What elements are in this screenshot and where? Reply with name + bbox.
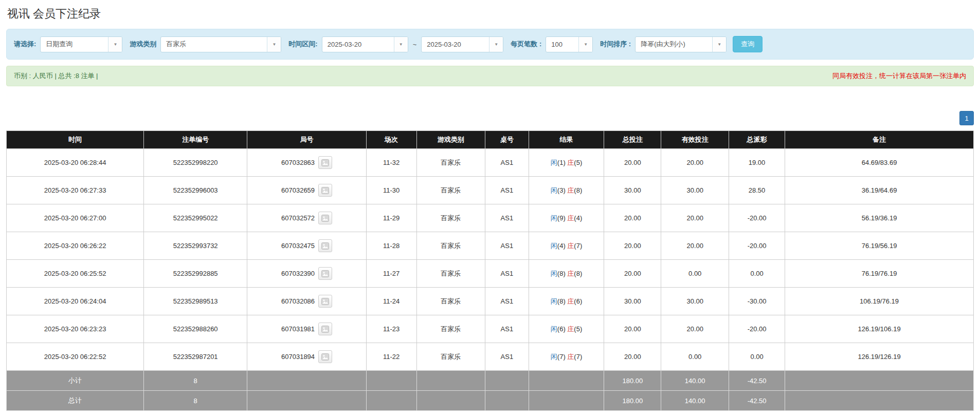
result-banker-label: 庄 (567, 159, 574, 166)
cell-valid-bet: 20.00 (661, 315, 729, 343)
round-id: 607032659 (281, 186, 315, 194)
cell-round: 607031894 (247, 343, 366, 371)
cell-total-bet[interactable]: 20.00 (604, 260, 661, 288)
summary-count: 8 (144, 371, 247, 391)
video-record-icon (321, 353, 329, 361)
cell-table-no: AS1 (485, 149, 529, 177)
game-type-select[interactable]: 百家乐 ▼ (160, 36, 281, 52)
cell-total-bet[interactable]: 20.00 (604, 204, 661, 232)
summary-note (785, 371, 974, 391)
result-banker-label: 庄 (567, 325, 574, 333)
chevron-down-icon[interactable]: ▼ (267, 37, 281, 52)
cell-total-bet[interactable]: 20.00 (604, 149, 661, 177)
summary-label: 小计 (7, 371, 144, 391)
cell-payout: 0.00 (729, 260, 785, 288)
video-replay-button[interactable] (318, 295, 332, 308)
summary-currency-total: 币别 : 人民币 | 总共 :8 注单 | (14, 71, 98, 81)
cell-note: 36.19/64.69 (785, 177, 974, 204)
chevron-down-icon[interactable]: ▼ (489, 37, 503, 52)
video-replay-button[interactable] (318, 323, 332, 335)
video-replay-button[interactable] (318, 239, 332, 252)
sort-order-select[interactable]: 降幂(由大到小) ▼ (635, 36, 727, 52)
search-button[interactable]: 查询 (733, 36, 763, 52)
cell-payout: -20.00 (729, 204, 785, 232)
summary-result (529, 391, 604, 411)
video-record-icon (321, 270, 329, 277)
cell-table-no: AS1 (485, 232, 529, 260)
sort-order-value: 降幂(由大到小) (636, 37, 712, 52)
cell-total-bet[interactable]: 30.00 (604, 177, 661, 204)
date-from-select[interactable]: 2025-03-20 ▼ (322, 36, 408, 52)
cell-result: 闲(8) 庄(8) (529, 260, 604, 288)
result-player-label: 闲 (551, 186, 557, 194)
cell-bet-id: 522352988260 (144, 315, 247, 343)
cell-table-no: AS1 (485, 204, 529, 232)
cell-total-bet[interactable]: 20.00 (604, 315, 661, 343)
table-row: 2025-03-20 06:25:52 522352992885 6070323… (7, 260, 974, 288)
chevron-down-icon[interactable]: ▼ (108, 37, 122, 52)
summary-game-type (416, 391, 485, 411)
chevron-down-icon[interactable]: ▼ (394, 37, 408, 52)
cell-note: 126.19/106.19 (785, 315, 974, 343)
summary-payout: -42.50 (729, 391, 785, 411)
summary-result (529, 371, 604, 391)
date-to-select[interactable]: 2025-03-20 ▼ (421, 36, 503, 52)
cell-total-bet[interactable]: 20.00 (604, 343, 661, 371)
result-banker-label: 庄 (567, 297, 574, 305)
result-banker-label: 庄 (567, 353, 574, 361)
summary-row: 小计 8 180.00 140.00 -42.50 (7, 371, 974, 391)
result-banker-label: 庄 (567, 270, 574, 277)
query-type-select[interactable]: 日期查询 ▼ (40, 36, 122, 52)
video-replay-button[interactable] (318, 212, 332, 224)
cell-valid-bet: 20.00 (661, 232, 729, 260)
round-id: 607032390 (281, 270, 315, 277)
summary-session (366, 391, 416, 411)
video-record-icon (321, 215, 329, 222)
cell-total-bet[interactable]: 20.00 (604, 232, 661, 260)
round-id: 607031894 (281, 353, 315, 361)
summary-bar: 币别 : 人民币 | 总共 :8 注单 | 同局有效投注，统一计算在该局第一张注… (6, 66, 974, 86)
result-player-score: (9) (557, 214, 566, 222)
table-footer: 小计 8 180.00 140.00 -42.50 总计 8 180.00 14… (7, 371, 974, 411)
cell-note: 126.19/126.19 (785, 343, 974, 371)
cell-session: 11-28 (366, 232, 416, 260)
game-type-label: 游戏类别 (130, 40, 156, 49)
page-button-1[interactable]: 1 (959, 111, 974, 125)
column-header-10: 总派彩 (729, 131, 785, 149)
round-id: 607032572 (281, 214, 315, 222)
cell-session: 11-32 (366, 149, 416, 177)
result-player-label: 闲 (551, 297, 557, 305)
result-player-score: (8) (557, 297, 566, 305)
cell-table-no: AS1 (485, 315, 529, 343)
cell-result: 闲(8) 庄(6) (529, 288, 604, 315)
cell-time: 2025-03-20 06:27:33 (7, 177, 144, 204)
result-player-score: (3) (557, 186, 566, 194)
cell-bet-id: 522352993732 (144, 232, 247, 260)
cell-result: 闲(9) 庄(4) (529, 204, 604, 232)
cell-round: 607032659 (247, 177, 366, 204)
cell-payout: 19.00 (729, 149, 785, 177)
table-row: 2025-03-20 06:27:33 522352996003 6070326… (7, 177, 974, 204)
cell-total-bet[interactable]: 30.00 (604, 288, 661, 315)
cell-table-no: AS1 (485, 343, 529, 371)
page-size-select[interactable]: 100 ▼ (546, 36, 593, 52)
video-replay-button[interactable] (318, 350, 332, 363)
cell-bet-id: 522352987201 (144, 343, 247, 371)
page-size-value: 100 (546, 37, 578, 52)
cell-session: 11-27 (366, 260, 416, 288)
video-replay-button[interactable] (318, 184, 332, 197)
cell-table-no: AS1 (485, 288, 529, 315)
chevron-down-icon[interactable]: ▼ (578, 37, 592, 52)
chevron-down-icon[interactable]: ▼ (712, 37, 726, 52)
cell-note: 56.19/36.19 (785, 204, 974, 232)
cell-payout: -20.00 (729, 315, 785, 343)
summary-note: 同局有效投注，统一计算在该局第一张注单内 (832, 71, 966, 81)
cell-session: 11-23 (366, 315, 416, 343)
video-replay-button[interactable] (318, 156, 332, 169)
column-header-11: 备注 (785, 131, 974, 149)
video-replay-button[interactable] (318, 267, 332, 280)
cell-result: 闲(1) 庄(5) (529, 149, 604, 177)
result-banker-score: (8) (574, 270, 582, 277)
result-player-score: (4) (557, 242, 566, 250)
date-to-value: 2025-03-20 (422, 37, 489, 52)
